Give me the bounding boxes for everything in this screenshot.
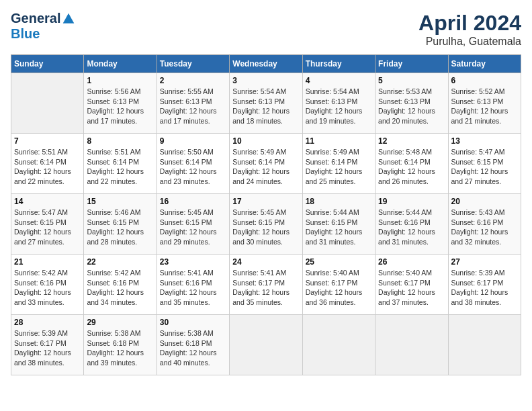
day-number: 22 — [87, 257, 153, 267]
day-number: 30 — [160, 318, 226, 327]
day-number: 26 — [378, 257, 445, 267]
calendar-table: SundayMondayTuesdayWednesdayThursdayFrid… — [11, 54, 521, 375]
calendar-cell: 21Sunrise: 5:42 AM Sunset: 6:16 PM Dayli… — [11, 255, 84, 315]
calendar-cell: 29Sunrise: 5:38 AM Sunset: 6:18 PM Dayli… — [84, 315, 157, 375]
day-number: 3 — [232, 76, 299, 85]
day-info: Sunrise: 5:39 AM Sunset: 6:17 PM Dayligh… — [14, 328, 81, 368]
svg-marker-0 — [63, 13, 75, 23]
day-number: 11 — [306, 136, 372, 146]
day-info: Sunrise: 5:48 AM Sunset: 6:14 PM Dayligh… — [378, 147, 445, 187]
calendar-cell: 2Sunrise: 5:55 AM Sunset: 6:13 PM Daylig… — [157, 73, 229, 134]
logo-blue-text: Blue — [11, 26, 40, 42]
calendar-cell: 22Sunrise: 5:42 AM Sunset: 6:16 PM Dayli… — [84, 255, 157, 315]
calendar-week-5: 28Sunrise: 5:39 AM Sunset: 6:17 PM Dayli… — [11, 315, 521, 375]
day-number: 28 — [14, 318, 81, 327]
day-number: 14 — [14, 197, 81, 206]
day-info: Sunrise: 5:47 AM Sunset: 6:15 PM Dayligh… — [14, 208, 81, 247]
day-number: 27 — [451, 257, 518, 267]
calendar-cell: 7Sunrise: 5:51 AM Sunset: 6:14 PM Daylig… — [11, 134, 84, 194]
day-info: Sunrise: 5:40 AM Sunset: 6:17 PM Dayligh… — [378, 268, 445, 308]
day-number: 24 — [232, 257, 299, 267]
day-number: 15 — [87, 197, 153, 206]
day-info: Sunrise: 5:54 AM Sunset: 6:13 PM Dayligh… — [232, 87, 299, 126]
title-area: April 2024 Purulha, Guatemala — [418, 11, 521, 48]
day-info: Sunrise: 5:50 AM Sunset: 6:14 PM Dayligh… — [160, 147, 226, 187]
weekday-header-thursday: Thursday — [302, 55, 375, 73]
page-header: General Blue April 2024 Purulha, Guatema… — [11, 11, 521, 48]
day-info: Sunrise: 5:49 AM Sunset: 6:14 PM Dayligh… — [306, 147, 372, 187]
page-title: April 2024 — [418, 11, 521, 36]
page-subtitle: Purulha, Guatemala — [418, 36, 521, 48]
day-info: Sunrise: 5:53 AM Sunset: 6:13 PM Dayligh… — [378, 87, 445, 126]
day-info: Sunrise: 5:44 AM Sunset: 6:15 PM Dayligh… — [306, 208, 372, 247]
calendar-cell: 20Sunrise: 5:43 AM Sunset: 6:16 PM Dayli… — [448, 194, 521, 255]
day-number: 13 — [451, 136, 518, 146]
day-info: Sunrise: 5:52 AM Sunset: 6:13 PM Dayligh… — [451, 87, 518, 126]
day-info: Sunrise: 5:45 AM Sunset: 6:15 PM Dayligh… — [232, 208, 299, 247]
calendar-cell: 26Sunrise: 5:40 AM Sunset: 6:17 PM Dayli… — [375, 255, 448, 315]
calendar-cell: 8Sunrise: 5:51 AM Sunset: 6:14 PM Daylig… — [84, 134, 157, 194]
calendar-week-4: 21Sunrise: 5:42 AM Sunset: 6:16 PM Dayli… — [11, 255, 521, 315]
day-number: 6 — [451, 76, 518, 85]
logo-icon — [62, 12, 75, 26]
calendar-cell: 23Sunrise: 5:41 AM Sunset: 6:16 PM Dayli… — [157, 255, 229, 315]
day-info: Sunrise: 5:44 AM Sunset: 6:16 PM Dayligh… — [378, 208, 445, 247]
logo-general-text: General — [11, 11, 60, 26]
day-info: Sunrise: 5:38 AM Sunset: 6:18 PM Dayligh… — [87, 328, 153, 368]
day-info: Sunrise: 5:51 AM Sunset: 6:14 PM Dayligh… — [14, 147, 81, 187]
day-info: Sunrise: 5:49 AM Sunset: 6:14 PM Dayligh… — [232, 147, 299, 187]
calendar-cell: 16Sunrise: 5:45 AM Sunset: 6:15 PM Dayli… — [157, 194, 229, 255]
day-info: Sunrise: 5:47 AM Sunset: 6:15 PM Dayligh… — [451, 147, 518, 187]
day-number: 23 — [160, 257, 226, 267]
calendar-cell — [448, 315, 521, 375]
day-info: Sunrise: 5:41 AM Sunset: 6:17 PM Dayligh… — [232, 268, 299, 308]
calendar-cell: 19Sunrise: 5:44 AM Sunset: 6:16 PM Dayli… — [375, 194, 448, 255]
weekday-header-sunday: Sunday — [11, 55, 84, 73]
day-number: 10 — [232, 136, 299, 146]
calendar-cell: 13Sunrise: 5:47 AM Sunset: 6:15 PM Dayli… — [448, 134, 521, 194]
calendar-cell: 1Sunrise: 5:56 AM Sunset: 6:13 PM Daylig… — [84, 73, 157, 134]
calendar-cell: 11Sunrise: 5:49 AM Sunset: 6:14 PM Dayli… — [302, 134, 375, 194]
calendar-cell: 17Sunrise: 5:45 AM Sunset: 6:15 PM Dayli… — [230, 194, 302, 255]
day-number: 25 — [306, 257, 372, 267]
weekday-header-wednesday: Wednesday — [230, 55, 302, 73]
day-number: 20 — [451, 197, 518, 206]
day-number: 19 — [378, 197, 445, 206]
day-info: Sunrise: 5:56 AM Sunset: 6:13 PM Dayligh… — [87, 87, 153, 126]
calendar-week-2: 7Sunrise: 5:51 AM Sunset: 6:14 PM Daylig… — [11, 134, 521, 194]
weekday-header-friday: Friday — [375, 55, 448, 73]
day-info: Sunrise: 5:46 AM Sunset: 6:15 PM Dayligh… — [87, 208, 153, 247]
day-number: 17 — [232, 197, 299, 206]
day-info: Sunrise: 5:41 AM Sunset: 6:16 PM Dayligh… — [160, 268, 226, 308]
day-number: 7 — [14, 136, 81, 146]
day-info: Sunrise: 5:40 AM Sunset: 6:17 PM Dayligh… — [306, 268, 372, 308]
day-info: Sunrise: 5:42 AM Sunset: 6:16 PM Dayligh… — [87, 268, 153, 308]
logo: General Blue — [11, 11, 75, 42]
day-info: Sunrise: 5:54 AM Sunset: 6:13 PM Dayligh… — [306, 87, 372, 126]
day-number: 21 — [14, 257, 81, 267]
calendar-cell: 18Sunrise: 5:44 AM Sunset: 6:15 PM Dayli… — [302, 194, 375, 255]
day-number: 29 — [87, 318, 153, 327]
calendar-cell: 27Sunrise: 5:39 AM Sunset: 6:17 PM Dayli… — [448, 255, 521, 315]
calendar-cell: 14Sunrise: 5:47 AM Sunset: 6:15 PM Dayli… — [11, 194, 84, 255]
day-info: Sunrise: 5:39 AM Sunset: 6:17 PM Dayligh… — [451, 268, 518, 308]
day-number: 18 — [306, 197, 372, 206]
calendar-cell — [11, 73, 84, 134]
calendar-cell: 28Sunrise: 5:39 AM Sunset: 6:17 PM Dayli… — [11, 315, 84, 375]
calendar-week-3: 14Sunrise: 5:47 AM Sunset: 6:15 PM Dayli… — [11, 194, 521, 255]
weekday-header-saturday: Saturday — [448, 55, 521, 73]
calendar-cell: 4Sunrise: 5:54 AM Sunset: 6:13 PM Daylig… — [302, 73, 375, 134]
calendar-cell: 30Sunrise: 5:38 AM Sunset: 6:18 PM Dayli… — [157, 315, 229, 375]
calendar-cell: 12Sunrise: 5:48 AM Sunset: 6:14 PM Dayli… — [375, 134, 448, 194]
calendar-cell: 9Sunrise: 5:50 AM Sunset: 6:14 PM Daylig… — [157, 134, 229, 194]
day-number: 9 — [160, 136, 226, 146]
calendar-cell — [302, 315, 375, 375]
calendar-week-1: 1Sunrise: 5:56 AM Sunset: 6:13 PM Daylig… — [11, 73, 521, 134]
day-number: 8 — [87, 136, 153, 146]
day-info: Sunrise: 5:51 AM Sunset: 6:14 PM Dayligh… — [87, 147, 153, 187]
day-number: 4 — [306, 76, 372, 85]
calendar-cell: 5Sunrise: 5:53 AM Sunset: 6:13 PM Daylig… — [375, 73, 448, 134]
calendar-cell — [375, 315, 448, 375]
day-number: 5 — [378, 76, 445, 85]
day-info: Sunrise: 5:45 AM Sunset: 6:15 PM Dayligh… — [160, 208, 226, 247]
